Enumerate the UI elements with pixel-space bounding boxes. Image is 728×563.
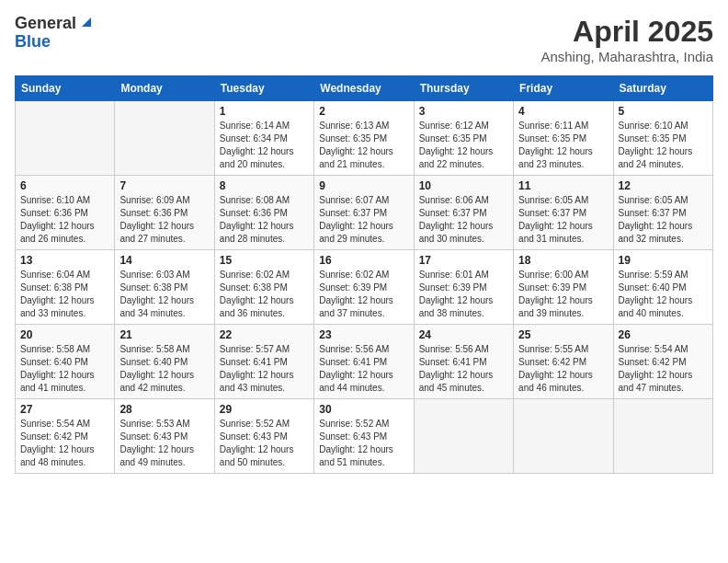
- table-row: 9Sunrise: 6:07 AMSunset: 6:37 PMDaylight…: [314, 176, 414, 250]
- location: Anshing, Maharashtra, India: [540, 49, 713, 64]
- day-detail: Sunrise: 5:52 AMSunset: 6:43 PMDaylight:…: [319, 418, 408, 469]
- day-number: 29: [220, 403, 309, 416]
- table-row: 2Sunrise: 6:13 AMSunset: 6:35 PMDaylight…: [314, 101, 414, 176]
- table-row: 23Sunrise: 5:56 AMSunset: 6:41 PMDayligh…: [314, 325, 414, 399]
- table-row: 3Sunrise: 6:12 AMSunset: 6:35 PMDaylight…: [414, 101, 513, 176]
- calendar-week-row: 6Sunrise: 6:10 AMSunset: 6:36 PMDaylight…: [16, 176, 713, 250]
- calendar-week-row: 27Sunrise: 5:54 AMSunset: 6:42 PMDayligh…: [16, 399, 713, 474]
- logo: General Blue: [15, 15, 95, 52]
- table-row: 20Sunrise: 5:58 AMSunset: 6:40 PMDayligh…: [16, 325, 115, 399]
- table-row: 18Sunrise: 6:00 AMSunset: 6:39 PMDayligh…: [514, 250, 613, 325]
- day-detail: Sunrise: 6:10 AMSunset: 6:35 PMDaylight:…: [619, 120, 708, 171]
- day-number: 2: [319, 105, 408, 118]
- day-detail: Sunrise: 6:09 AMSunset: 6:36 PMDaylight:…: [119, 194, 209, 246]
- col-wednesday: Wednesday: [314, 76, 414, 101]
- day-detail: Sunrise: 5:54 AMSunset: 6:42 PMDaylight:…: [20, 418, 109, 469]
- col-saturday: Saturday: [613, 76, 712, 101]
- day-number: 8: [220, 179, 309, 192]
- day-detail: Sunrise: 5:56 AMSunset: 6:41 PMDaylight:…: [319, 343, 408, 395]
- svg-marker-0: [82, 17, 91, 27]
- col-friday: Friday: [514, 76, 613, 101]
- col-thursday: Thursday: [414, 76, 513, 101]
- table-row: 24Sunrise: 5:56 AMSunset: 6:41 PMDayligh…: [414, 325, 513, 399]
- calendar-week-row: 13Sunrise: 6:04 AMSunset: 6:38 PMDayligh…: [16, 250, 713, 325]
- table-row: 27Sunrise: 5:54 AMSunset: 6:42 PMDayligh…: [16, 399, 115, 474]
- day-detail: Sunrise: 5:55 AMSunset: 6:42 PMDaylight:…: [518, 343, 608, 395]
- day-detail: Sunrise: 6:04 AMSunset: 6:38 PMDaylight:…: [20, 269, 109, 320]
- day-number: 7: [119, 179, 209, 192]
- day-number: 21: [119, 328, 209, 341]
- table-row: 19Sunrise: 5:59 AMSunset: 6:40 PMDayligh…: [613, 250, 712, 325]
- day-detail: Sunrise: 6:14 AMSunset: 6:34 PMDaylight:…: [220, 120, 309, 171]
- day-number: 12: [619, 179, 708, 192]
- day-number: 13: [20, 254, 109, 267]
- day-number: 4: [518, 105, 608, 118]
- month-year: April 2025: [540, 15, 713, 49]
- day-detail: Sunrise: 6:01 AMSunset: 6:39 PMDaylight:…: [419, 269, 508, 320]
- logo-general: General: [15, 15, 76, 33]
- day-number: 15: [220, 254, 309, 267]
- day-number: 6: [20, 179, 109, 192]
- table-row: 22Sunrise: 5:57 AMSunset: 6:41 PMDayligh…: [214, 325, 313, 399]
- day-number: 22: [220, 328, 309, 341]
- table-row: 10Sunrise: 6:06 AMSunset: 6:37 PMDayligh…: [414, 176, 513, 250]
- table-row: 21Sunrise: 5:58 AMSunset: 6:40 PMDayligh…: [115, 325, 214, 399]
- title-block: April 2025 Anshing, Maharashtra, India: [540, 15, 713, 64]
- calendar-header-row: Sunday Monday Tuesday Wednesday Thursday…: [16, 76, 713, 101]
- day-detail: Sunrise: 6:06 AMSunset: 6:37 PMDaylight:…: [419, 194, 508, 246]
- table-row: 26Sunrise: 5:54 AMSunset: 6:42 PMDayligh…: [613, 325, 712, 399]
- day-detail: Sunrise: 5:56 AMSunset: 6:41 PMDaylight:…: [419, 343, 508, 395]
- calendar-week-row: 1Sunrise: 6:14 AMSunset: 6:34 PMDaylight…: [16, 101, 713, 176]
- day-number: 16: [319, 254, 408, 267]
- day-number: 25: [518, 328, 608, 341]
- day-number: 10: [419, 179, 508, 192]
- day-detail: Sunrise: 5:58 AMSunset: 6:40 PMDaylight:…: [119, 343, 209, 395]
- day-number: 27: [20, 403, 109, 416]
- day-number: 20: [20, 328, 109, 341]
- day-detail: Sunrise: 5:52 AMSunset: 6:43 PMDaylight:…: [220, 418, 309, 469]
- day-number: 11: [518, 179, 608, 192]
- day-number: 14: [119, 254, 209, 267]
- day-number: 19: [619, 254, 708, 267]
- day-detail: Sunrise: 5:58 AMSunset: 6:40 PMDaylight:…: [20, 343, 109, 395]
- table-row: 28Sunrise: 5:53 AMSunset: 6:43 PMDayligh…: [115, 399, 214, 474]
- day-number: 28: [119, 403, 209, 416]
- day-detail: Sunrise: 5:57 AMSunset: 6:41 PMDaylight:…: [220, 343, 309, 395]
- table-row: 16Sunrise: 6:02 AMSunset: 6:39 PMDayligh…: [314, 250, 414, 325]
- day-detail: Sunrise: 6:00 AMSunset: 6:39 PMDaylight:…: [518, 269, 608, 320]
- day-detail: Sunrise: 6:13 AMSunset: 6:35 PMDaylight:…: [319, 120, 408, 171]
- day-number: 1: [220, 105, 309, 118]
- table-row: 30Sunrise: 5:52 AMSunset: 6:43 PMDayligh…: [314, 399, 414, 474]
- table-row: [613, 399, 712, 474]
- table-row: 8Sunrise: 6:08 AMSunset: 6:36 PMDaylight…: [214, 176, 313, 250]
- col-tuesday: Tuesday: [214, 76, 313, 101]
- table-row: 17Sunrise: 6:01 AMSunset: 6:39 PMDayligh…: [414, 250, 513, 325]
- table-row: 12Sunrise: 6:05 AMSunset: 6:37 PMDayligh…: [613, 176, 712, 250]
- day-number: 26: [619, 328, 708, 341]
- day-number: 3: [419, 105, 508, 118]
- table-row: [414, 399, 513, 474]
- day-detail: Sunrise: 6:10 AMSunset: 6:36 PMDaylight:…: [20, 194, 109, 246]
- day-detail: Sunrise: 5:59 AMSunset: 6:40 PMDaylight:…: [619, 269, 708, 320]
- day-detail: Sunrise: 6:03 AMSunset: 6:38 PMDaylight:…: [119, 269, 209, 320]
- table-row: [514, 399, 613, 474]
- day-detail: Sunrise: 6:11 AMSunset: 6:35 PMDaylight:…: [518, 120, 608, 171]
- day-detail: Sunrise: 6:12 AMSunset: 6:35 PMDaylight:…: [419, 120, 508, 171]
- day-detail: Sunrise: 6:05 AMSunset: 6:37 PMDaylight:…: [619, 194, 708, 246]
- table-row: [115, 101, 214, 176]
- table-row: 4Sunrise: 6:11 AMSunset: 6:35 PMDaylight…: [514, 101, 613, 176]
- day-detail: Sunrise: 6:08 AMSunset: 6:36 PMDaylight:…: [220, 194, 309, 246]
- day-detail: Sunrise: 6:07 AMSunset: 6:37 PMDaylight:…: [319, 194, 408, 246]
- table-row: 14Sunrise: 6:03 AMSunset: 6:38 PMDayligh…: [115, 250, 214, 325]
- day-number: 5: [619, 105, 708, 118]
- table-row: 25Sunrise: 5:55 AMSunset: 6:42 PMDayligh…: [514, 325, 613, 399]
- table-row: [16, 101, 115, 176]
- col-monday: Monday: [115, 76, 214, 101]
- table-row: 5Sunrise: 6:10 AMSunset: 6:35 PMDaylight…: [613, 101, 712, 176]
- day-number: 9: [319, 179, 408, 192]
- logo-blue: Blue: [15, 33, 51, 52]
- table-row: 1Sunrise: 6:14 AMSunset: 6:34 PMDaylight…: [214, 101, 313, 176]
- day-number: 24: [419, 328, 508, 341]
- day-number: 30: [319, 403, 408, 416]
- col-sunday: Sunday: [16, 76, 115, 101]
